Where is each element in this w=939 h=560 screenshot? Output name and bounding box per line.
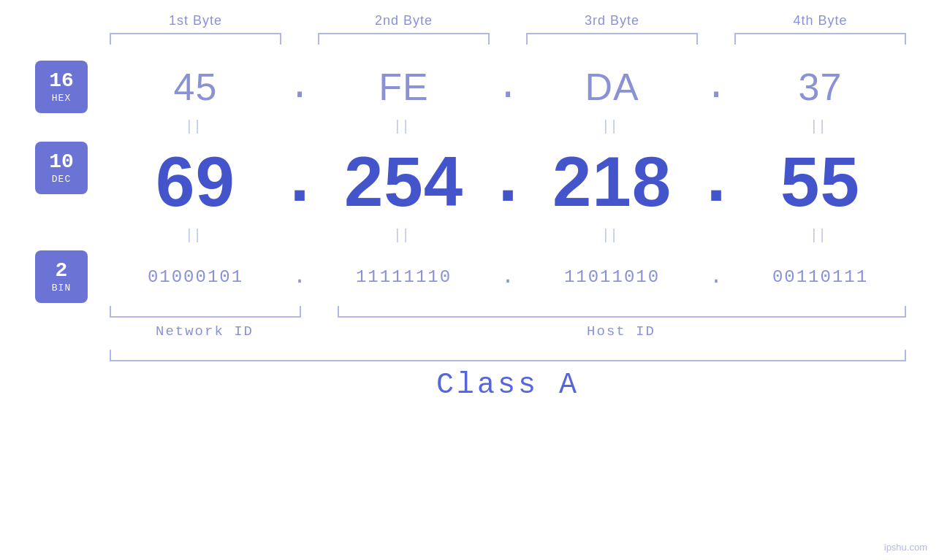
bin-b4: 00110111 bbox=[734, 267, 906, 287]
bin-dot1: . bbox=[281, 264, 318, 289]
bin-b2: 11111110 bbox=[318, 267, 490, 287]
hex-badge-label: HEX bbox=[52, 93, 71, 104]
dec-dot1: . bbox=[281, 142, 318, 222]
bin-badge-label: BIN bbox=[52, 283, 71, 294]
byte1-header: 1st Byte bbox=[110, 13, 281, 28]
eq1-b2: || bbox=[318, 118, 490, 134]
bracket-byte1 bbox=[110, 33, 281, 45]
bracket-class bbox=[110, 350, 906, 361]
page-container: 1st Byte 2nd Byte 3rd Byte 4th Byte bbox=[0, 0, 939, 560]
eq2-b3: || bbox=[526, 226, 698, 243]
bracket-network bbox=[110, 306, 301, 318]
bin-badge-number: 2 bbox=[56, 260, 68, 283]
hex-dot1: . bbox=[281, 66, 318, 109]
eq1-b3: || bbox=[526, 118, 698, 134]
eq1-b4: || bbox=[734, 118, 906, 134]
hex-badge-number: 16 bbox=[49, 70, 74, 93]
bin-b3: 11011010 bbox=[526, 267, 698, 287]
dec-b4: 55 bbox=[734, 142, 906, 222]
bracket-byte3 bbox=[526, 33, 698, 45]
hex-dot3: . bbox=[698, 66, 734, 109]
bracket-byte2 bbox=[318, 33, 490, 45]
dec-badge: 10 DEC bbox=[35, 142, 88, 194]
hex-b4: 37 bbox=[734, 65, 906, 109]
hex-badge: 16 HEX bbox=[35, 61, 88, 113]
byte3-header: 3rd Byte bbox=[526, 13, 698, 28]
bin-dot3: . bbox=[698, 264, 734, 289]
class-label: Class A bbox=[436, 369, 579, 402]
bin-badge: 2 BIN bbox=[35, 250, 88, 303]
dec-badge-label: DEC bbox=[52, 174, 71, 185]
eq2-b4: || bbox=[734, 226, 906, 243]
bracket-byte4 bbox=[734, 33, 906, 45]
bin-b1: 01000101 bbox=[110, 267, 281, 287]
host-id-label: Host ID bbox=[336, 323, 906, 340]
bin-dot2: . bbox=[490, 264, 526, 289]
hex-b1: 45 bbox=[110, 65, 281, 109]
eq2-b2: || bbox=[318, 226, 490, 243]
hex-dot2: . bbox=[490, 66, 526, 109]
byte4-header: 4th Byte bbox=[734, 13, 906, 28]
dec-b1: 69 bbox=[110, 142, 281, 222]
eq1-b1: || bbox=[110, 118, 281, 134]
hex-b3: DA bbox=[526, 65, 698, 109]
dec-badge-number: 10 bbox=[49, 151, 74, 174]
network-id-label: Network ID bbox=[110, 323, 300, 340]
hex-b2: FE bbox=[318, 65, 490, 109]
dec-b2: 254 bbox=[318, 142, 490, 222]
bracket-host bbox=[338, 306, 906, 318]
dec-dot2: . bbox=[490, 142, 526, 222]
dec-b3: 218 bbox=[526, 142, 698, 222]
byte2-header: 2nd Byte bbox=[318, 13, 490, 28]
dec-dot3: . bbox=[698, 142, 734, 222]
watermark: ipshu.com bbox=[884, 542, 927, 553]
eq2-b1: || bbox=[110, 226, 281, 243]
